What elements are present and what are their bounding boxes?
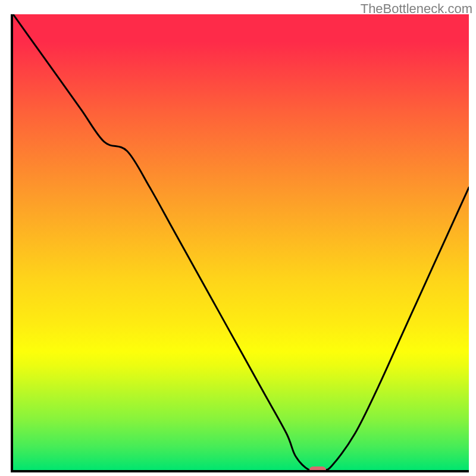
plot-area	[11, 14, 469, 472]
bottleneck-curve-path	[13, 14, 469, 470]
bottleneck-chart: TheBottleneck.com	[0, 0, 476, 476]
optimal-marker	[309, 466, 326, 472]
curve-svg	[13, 14, 469, 470]
watermark-text: TheBottleneck.com	[361, 1, 472, 17]
